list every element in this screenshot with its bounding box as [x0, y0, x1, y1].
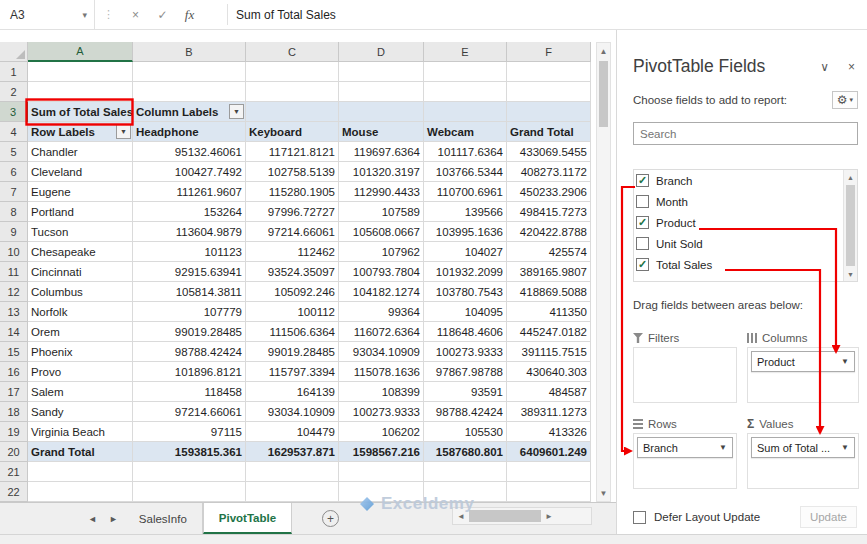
- field-item-total-sales[interactable]: ✓Total Sales: [634, 254, 857, 275]
- cell-C10[interactable]: 112462: [246, 242, 339, 262]
- row-header-9[interactable]: 9: [0, 222, 28, 242]
- cell-F3[interactable]: [507, 102, 591, 122]
- row-header-8[interactable]: 8: [0, 202, 28, 222]
- tools-button[interactable]: ⚙ ▾: [832, 91, 858, 109]
- cell-D18[interactable]: 100273.9333: [339, 402, 424, 422]
- cell-F7[interactable]: 450233.2906: [507, 182, 591, 202]
- cell-E3[interactable]: [424, 102, 507, 122]
- cell-F10[interactable]: 425574: [507, 242, 591, 262]
- cell-E2[interactable]: [424, 82, 507, 102]
- row-header-3[interactable]: 3: [0, 102, 28, 122]
- cell-A17[interactable]: Salem: [28, 382, 133, 402]
- cell-D3[interactable]: [339, 102, 424, 122]
- cell-B6[interactable]: 100427.7492: [133, 162, 246, 182]
- cell-D9[interactable]: 105608.0667: [339, 222, 424, 242]
- cell-A15[interactable]: Phoenix: [28, 342, 133, 362]
- cell-D5[interactable]: 119697.6364: [339, 142, 424, 162]
- cell-C18[interactable]: 93034.10909: [246, 402, 339, 422]
- row-header-20[interactable]: 20: [0, 442, 28, 462]
- cell-E21[interactable]: [424, 462, 507, 482]
- area-field-chip[interactable]: Product▼: [751, 351, 855, 372]
- tab-pivottable[interactable]: PivotTable: [203, 503, 292, 534]
- cell-D7[interactable]: 112990.4433: [339, 182, 424, 202]
- field-checkbox[interactable]: ✓: [636, 216, 649, 229]
- cell-F9[interactable]: 420422.8788: [507, 222, 591, 242]
- enter-check-icon[interactable]: ✓: [149, 0, 176, 29]
- cell-B22[interactable]: [133, 482, 246, 502]
- row-header-12[interactable]: 12: [0, 282, 28, 302]
- row-header-21[interactable]: 21: [0, 462, 28, 482]
- row-header-1[interactable]: 1: [0, 62, 28, 82]
- cell-D8[interactable]: 107589: [339, 202, 424, 222]
- filter-dropdown-icon[interactable]: ▼: [116, 124, 131, 139]
- cell-F2[interactable]: [507, 82, 591, 102]
- column-header-F[interactable]: F: [507, 42, 591, 62]
- cell-C14[interactable]: 111506.6364: [246, 322, 339, 342]
- columns-area-box[interactable]: Product▼: [747, 347, 859, 403]
- cell-F15[interactable]: 391115.7515: [507, 342, 591, 362]
- cell-C15[interactable]: 99019.28485: [246, 342, 339, 362]
- cell-C7[interactable]: 115280.1905: [246, 182, 339, 202]
- sheet-nav-right-icon[interactable]: ►: [103, 503, 124, 534]
- cell-C20[interactable]: 1629537.871: [246, 442, 339, 462]
- field-checkbox[interactable]: [636, 195, 649, 208]
- cell-F6[interactable]: 408273.1172: [507, 162, 591, 182]
- cell-A20[interactable]: Grand Total: [28, 442, 133, 462]
- cell-A22[interactable]: [28, 482, 133, 502]
- cell-E17[interactable]: 93591: [424, 382, 507, 402]
- cell-E20[interactable]: 1587680.801: [424, 442, 507, 462]
- field-checkbox[interactable]: ✓: [636, 174, 649, 187]
- cell-D6[interactable]: 101320.3197: [339, 162, 424, 182]
- field-list-scrollbar-thumb[interactable]: [846, 185, 855, 266]
- cell-F19[interactable]: 413326: [507, 422, 591, 442]
- cell-D12[interactable]: 104182.1274: [339, 282, 424, 302]
- insert-function-icon[interactable]: fx: [176, 0, 203, 29]
- cell-F13[interactable]: 411350: [507, 302, 591, 322]
- cell-D2[interactable]: [339, 82, 424, 102]
- row-header-15[interactable]: 15: [0, 342, 28, 362]
- tab-salesinfo[interactable]: SalesInfo: [124, 503, 203, 534]
- cell-E6[interactable]: 103766.5344: [424, 162, 507, 182]
- formula-input[interactable]: Sum of Total Sales: [236, 0, 336, 29]
- scroll-up-icon[interactable]: ▲: [844, 170, 857, 184]
- cell-D4[interactable]: Mouse: [339, 122, 424, 142]
- close-icon[interactable]: ×: [848, 60, 855, 74]
- cell-D1[interactable]: [339, 62, 424, 82]
- cell-A14[interactable]: Orem: [28, 322, 133, 342]
- cell-F8[interactable]: 498415.7273: [507, 202, 591, 222]
- cell-F11[interactable]: 389165.9807: [507, 262, 591, 282]
- name-box[interactable]: A3 ▾: [0, 0, 95, 29]
- cell-A1[interactable]: [28, 62, 133, 82]
- cell-E9[interactable]: 103995.1636: [424, 222, 507, 242]
- cell-C19[interactable]: 104479: [246, 422, 339, 442]
- cell-D10[interactable]: 107962: [339, 242, 424, 262]
- cell-E1[interactable]: [424, 62, 507, 82]
- cell-D19[interactable]: 106202: [339, 422, 424, 442]
- cell-B15[interactable]: 98788.42424: [133, 342, 246, 362]
- cell-C21[interactable]: [246, 462, 339, 482]
- cell-B14[interactable]: 99019.28485: [133, 322, 246, 342]
- cell-E4[interactable]: Webcam: [424, 122, 507, 142]
- cell-C11[interactable]: 93524.35097: [246, 262, 339, 282]
- cell-A21[interactable]: [28, 462, 133, 482]
- update-button[interactable]: Update: [800, 506, 857, 528]
- row-header-14[interactable]: 14: [0, 322, 28, 342]
- cell-E10[interactable]: 104027: [424, 242, 507, 262]
- cell-B17[interactable]: 118458: [133, 382, 246, 402]
- cell-E13[interactable]: 104095: [424, 302, 507, 322]
- row-header-2[interactable]: 2: [0, 82, 28, 102]
- cell-B9[interactable]: 113604.9879: [133, 222, 246, 242]
- field-item-month[interactable]: Month: [634, 191, 857, 212]
- scroll-up-icon[interactable]: ▲: [597, 43, 610, 59]
- field-checkbox[interactable]: [636, 237, 649, 250]
- cell-C12[interactable]: 105092.246: [246, 282, 339, 302]
- cell-A9[interactable]: Tucson: [28, 222, 133, 242]
- cell-B7[interactable]: 111261.9607: [133, 182, 246, 202]
- cell-C16[interactable]: 115797.3394: [246, 362, 339, 382]
- cell-B5[interactable]: 95132.46061: [133, 142, 246, 162]
- cell-B20[interactable]: 1593815.361: [133, 442, 246, 462]
- vertical-scrollbar-thumb[interactable]: [599, 61, 608, 127]
- row-header-16[interactable]: 16: [0, 362, 28, 382]
- cell-A18[interactable]: Sandy: [28, 402, 133, 422]
- vertical-scrollbar[interactable]: ▲ ▼: [596, 42, 611, 502]
